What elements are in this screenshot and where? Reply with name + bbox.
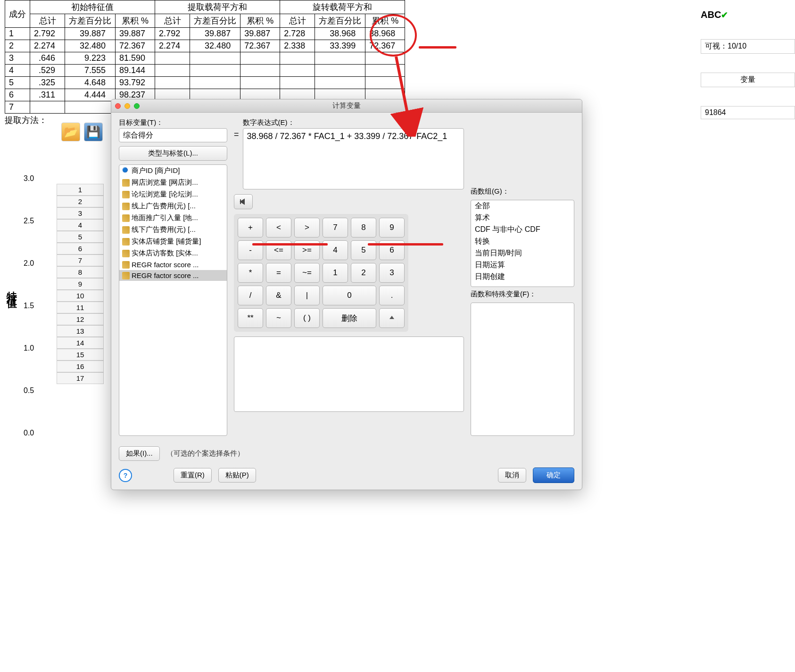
row-header[interactable]: 6	[57, 243, 104, 254]
variable-item[interactable]: 线上广告费用(元) [...	[119, 200, 227, 212]
keypad-key[interactable]: >=	[294, 240, 320, 260]
y-axis-label: 特征值	[5, 283, 19, 294]
keypad-key[interactable]: =	[266, 263, 291, 283]
keypad-key[interactable]: >	[294, 218, 320, 238]
row-header[interactable]: 7	[57, 254, 104, 266]
hdr-extraction: 提取载荷平方和	[155, 0, 280, 14]
ok-button[interactable]: 确定	[533, 467, 574, 483]
variable-item[interactable]: 实体店铺货量 [铺货量]	[119, 236, 227, 247]
paste-button[interactable]: 粘贴(P)	[218, 468, 256, 483]
target-variable-label: 目标变量(T)：	[119, 118, 227, 127]
scale-icon	[122, 191, 130, 198]
row-header[interactable]: 16	[57, 361, 104, 372]
keypad-key[interactable]: <	[266, 218, 291, 238]
row-header[interactable]: 13	[57, 325, 104, 337]
keypad-key[interactable]: <=	[266, 240, 291, 260]
scale-icon	[122, 179, 130, 187]
function-group-item[interactable]: CDF 与非中心 CDF	[471, 224, 574, 236]
row-header[interactable]: 5	[57, 231, 104, 243]
right-panel-fragment: ABC✔ 可视：10/10 变量 91864	[701, 9, 795, 119]
row-header[interactable]: 8	[57, 266, 104, 278]
function-group-item[interactable]: 算术	[471, 212, 574, 224]
keypad-key[interactable]: 1	[323, 263, 348, 283]
table-row: 3.6469.22381.590	[5, 52, 405, 65]
keypad-key[interactable]: 2	[351, 263, 376, 283]
y-tick: 1.0	[24, 344, 34, 352]
function-group-item[interactable]: 日期创建	[471, 271, 574, 283]
function-group-item[interactable]: 日期运算	[471, 259, 574, 271]
variable-item[interactable]: 论坛浏览量 [论坛浏...	[119, 188, 227, 200]
dialog-titlebar[interactable]: 计算变量	[111, 99, 582, 113]
function-group-item[interactable]: 全部	[471, 200, 574, 212]
row-header[interactable]: 17	[57, 372, 104, 384]
keypad-key[interactable]: ~	[266, 308, 291, 328]
insert-function-button[interactable]	[379, 308, 405, 328]
function-group-label: 函数组(G)：	[471, 187, 574, 196]
keypad-key[interactable]: .	[379, 286, 405, 305]
type-and-label-button[interactable]: 类型与标签(L)...	[119, 146, 227, 161]
keypad-key[interactable]: 9	[379, 218, 405, 238]
arrow-left-icon	[239, 198, 248, 205]
hdr-rotation: 旋转载荷平方和	[280, 0, 405, 14]
minimize-icon[interactable]	[124, 103, 130, 109]
keypad-key[interactable]: &	[266, 286, 291, 305]
help-button[interactable]: ?	[119, 469, 132, 482]
move-to-expression-button[interactable]	[234, 194, 253, 209]
maximize-icon[interactable]	[134, 103, 140, 109]
row-header[interactable]: 14	[57, 337, 104, 349]
variable-item[interactable]: 实体店访客数 [实体...	[119, 247, 227, 259]
open-file-icon[interactable]: 📂	[61, 123, 80, 141]
keypad-key[interactable]: ( )	[294, 308, 320, 328]
keypad-key[interactable]: *	[238, 263, 263, 283]
row-header[interactable]: 9	[57, 278, 104, 290]
variable-item[interactable]: 网店浏览量 [网店浏...	[119, 177, 227, 188]
expression-input[interactable]: 38.968 / 72.367 * FAC1_1 + 33.399 / 72.3…	[243, 128, 464, 189]
hdr-initial: 初始特征值	[30, 0, 155, 14]
reset-button[interactable]: 重置(R)	[174, 468, 212, 483]
keypad-key[interactable]: /	[238, 286, 263, 305]
keypad-key[interactable]: -	[238, 240, 263, 260]
scale-icon	[122, 261, 130, 269]
variable-item[interactable]: REGR factor score ...	[119, 259, 227, 270]
variable-item[interactable]: REGR factor score ...	[119, 270, 227, 281]
row-header[interactable]: 10	[57, 290, 104, 302]
keypad-key[interactable]: ~=	[294, 263, 320, 283]
keypad-key[interactable]: +	[238, 218, 263, 238]
variable-item[interactable]: 地面推广引入量 [地...	[119, 212, 227, 224]
variable-item[interactable]: 线下广告费用(元) [...	[119, 224, 227, 236]
keypad-key[interactable]: 7	[323, 218, 348, 238]
keypad-key[interactable]: **	[238, 308, 263, 328]
function-list[interactable]	[471, 303, 574, 436]
row-header[interactable]: 12	[57, 313, 104, 325]
table-row: 5.3254.64893.792	[5, 77, 405, 89]
spellcheck-icon[interactable]: ABC✔	[701, 9, 728, 20]
save-icon[interactable]: 💾	[84, 123, 103, 141]
row-header[interactable]: 1	[57, 184, 104, 196]
row-header[interactable]: 15	[57, 349, 104, 361]
row-header[interactable]: 4	[57, 219, 104, 231]
scale-icon	[122, 250, 130, 257]
delete-key[interactable]: 删除	[323, 308, 376, 328]
variable-list[interactable]: 商户ID [商户ID]网店浏览量 [网店浏...论坛浏览量 [论坛浏...线上广…	[119, 164, 227, 436]
keypad-key[interactable]: 8	[351, 218, 376, 238]
cancel-button[interactable]: 取消	[498, 468, 526, 483]
function-group-item[interactable]: 当前日期/时间	[471, 247, 574, 259]
function-group-item[interactable]: 转换	[471, 236, 574, 247]
table-row: 22.27432.48072.3672.27432.48072.3672.338…	[5, 40, 405, 52]
expression-label: 数字表达式(E)：	[243, 118, 464, 127]
variable-item[interactable]: 商户ID [商户ID]	[119, 165, 227, 177]
close-icon[interactable]	[115, 103, 121, 109]
keypad-key[interactable]: |	[294, 286, 320, 305]
row-header[interactable]: 11	[57, 302, 104, 313]
target-variable-input[interactable]	[119, 128, 227, 142]
keypad-key[interactable]: 4	[323, 240, 348, 260]
keypad-key[interactable]: 5	[351, 240, 376, 260]
keypad-key[interactable]: 3	[379, 263, 405, 283]
keypad-key[interactable]: 0	[323, 286, 376, 305]
row-header[interactable]: 2	[57, 196, 104, 207]
row-header[interactable]: 3	[57, 207, 104, 219]
keypad-key[interactable]: 6	[379, 240, 405, 260]
function-group-list[interactable]: 全部算术CDF 与非中心 CDF转换当前日期/时间日期运算日期创建	[471, 200, 574, 287]
if-button[interactable]: 如果(I)...	[119, 446, 160, 461]
function-special-label: 函数和特殊变量(F)：	[471, 290, 574, 299]
